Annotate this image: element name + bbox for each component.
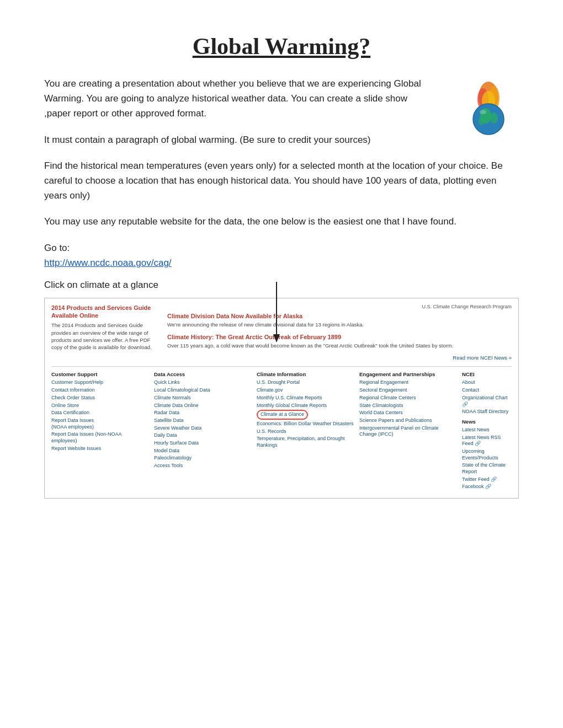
products-guide-body: The 2014 Products and Services Guide pro… <box>51 322 156 351</box>
website-paragraph: You may use any reputable website for th… <box>44 214 519 229</box>
footer-link-lcd[interactable]: Local Climatological Data <box>154 387 251 394</box>
sources-paragraph: It must contain a paragraph of global wa… <box>44 132 519 147</box>
data-access-col: Data Access Quick Links Local Climatolog… <box>154 371 251 491</box>
footer-link-os[interactable]: Online Store <box>51 403 148 409</box>
divider <box>51 366 512 367</box>
noaa-mockup: 2014 Products and Services Guide Availab… <box>44 298 519 499</box>
customer-support-header: Customer Support <box>51 371 148 377</box>
read-more-link[interactable]: Read more NCEI News » <box>167 355 512 361</box>
footer-link-rdi-noaa[interactable]: Report Data Issues(NOAA employees) <box>51 417 148 430</box>
footer-link-upcoming[interactable]: Upcoming Events/Products <box>462 448 512 461</box>
footer-link-paleo[interactable]: Paleoclimatology <box>154 455 251 462</box>
footer-link-usr[interactable]: U.S. Records <box>257 429 354 435</box>
climate-at-a-glance-link[interactable]: Climate at a Glance <box>257 410 308 420</box>
noaa-screenshot-container: 2014 Products and Services Guide Availab… <box>44 298 519 499</box>
news-body-2: Over 115 years ago, a cold wave that wou… <box>167 342 512 349</box>
noaa-link[interactable]: http://www.ncdc.noaa.gov/cag/ <box>44 258 172 268</box>
data-access-header: Data Access <box>154 371 251 377</box>
footer-link-rdi-non[interactable]: Report Data Issues (Non-NOAA employees) <box>51 431 148 444</box>
footer-link-ebdwd[interactable]: Economics: Billion Dollar Weather Disast… <box>257 421 354 427</box>
footer-link-orgchart[interactable]: Organizational Chart 🔗 <box>462 395 512 408</box>
footer-link-se[interactable]: Sectoral Engagement <box>359 387 456 394</box>
historical-data-paragraph: Find the historical mean temperatures (e… <box>44 158 519 204</box>
footer-link-dc[interactable]: Data Certification <box>51 410 148 416</box>
noaa-left-section: 2014 Products and Services Guide Availab… <box>51 304 156 361</box>
goto-label: Go to: <box>44 240 519 255</box>
products-guide-title: 2014 Products and Services Guide Availab… <box>51 304 156 320</box>
ncei-header: NCEI <box>462 371 512 377</box>
noaa-logo: U.S. Climate Change Research Program <box>422 304 512 309</box>
footer-link-md[interactable]: Model Data <box>154 448 251 454</box>
engagement-col: Engagement and Partnerships Regional Eng… <box>359 371 456 491</box>
noaa-footer: Customer Support Customer Support/Help C… <box>51 371 512 491</box>
news-title-2: Climate History: The Great Arctic Outbre… <box>167 334 512 340</box>
intro-paragraph: You are creating a presentation about wh… <box>44 76 431 121</box>
footer-link-sc[interactable]: State Climatologists <box>359 403 456 409</box>
footer-link-rss[interactable]: Latest News RSS Feed 🔗 <box>462 435 512 447</box>
footer-link-swd[interactable]: Severe Weather Data <box>154 425 251 432</box>
footer-link-ipcc[interactable]: Intergovernmental Panel on Climate Chang… <box>359 425 456 438</box>
footer-link-rcc[interactable]: Regional Climate Centers <box>359 395 456 402</box>
footer-link-facebook[interactable]: Facebook 🔗 <box>462 484 512 490</box>
svg-point-8 <box>480 110 486 114</box>
ncei-col: NCEI About Contact Organizational Chart … <box>462 371 512 491</box>
footer-link-tpdr[interactable]: Temperature, Precipitation, and Drought … <box>257 436 354 448</box>
footer-link-cdo[interactable]: Climate Data Online <box>154 403 251 409</box>
footer-link-wdc[interactable]: World Data Centers <box>359 410 456 416</box>
svg-point-6 <box>490 113 498 124</box>
news-subheader: News <box>462 419 512 425</box>
climate-info-col: Climate Information U.S. Drought Portal … <box>257 371 354 491</box>
footer-link-staffdir[interactable]: NOAA Staff Directory <box>462 409 512 415</box>
footer-link-rwi[interactable]: Report Website Issues <box>51 446 148 452</box>
page-title: Global Warming? <box>44 33 519 60</box>
footer-link-latestnews[interactable]: Latest News <box>462 427 512 433</box>
engagement-header: Engagement and Partnerships <box>359 371 456 377</box>
globe-image <box>458 76 519 137</box>
intro-block: You are creating a presentation about wh… <box>44 76 519 121</box>
climate-info-header: Climate Information <box>257 371 354 377</box>
footer-link-ql[interactable]: Quick Links <box>154 379 251 386</box>
footer-link-mucr[interactable]: Monthly U.S. Climate Reports <box>257 395 354 402</box>
footer-link-re[interactable]: Regional Engagement <box>359 379 456 386</box>
footer-link-mgcr[interactable]: Monthly Global Climate Reports <box>257 403 354 409</box>
footer-link-cn[interactable]: Climate Normals <box>154 395 251 402</box>
footer-link-dd[interactable]: Daily Data <box>154 432 251 439</box>
footer-link-sd[interactable]: Satellite Data <box>154 417 251 424</box>
footer-link-climgov[interactable]: Climate.gov <box>257 387 354 394</box>
customer-support-col: Customer Support Customer Support/Help C… <box>51 371 148 491</box>
footer-link-hsd[interactable]: Hourly Surface Data <box>154 440 251 447</box>
news-body-1: We're announcing the release of new clim… <box>167 321 512 328</box>
footer-link-sotcr[interactable]: State of the Climate Report <box>462 462 512 475</box>
news-title-1: Climate Division Data Now Available for … <box>167 313 512 319</box>
footer-link-ci[interactable]: Contact Information <box>51 387 148 394</box>
footer-link-twitter[interactable]: Twitter Feed 🔗 <box>462 477 512 483</box>
footer-link-csh[interactable]: Customer Support/Help <box>51 379 148 386</box>
noaa-main-section: U.S. Climate Change Research Program Cli… <box>167 304 512 361</box>
click-instruction: Click on climate at a glance <box>44 277 519 292</box>
footer-link-usdp[interactable]: U.S. Drought Portal <box>257 379 354 386</box>
footer-link-contact[interactable]: Contact <box>462 387 512 394</box>
footer-link-about[interactable]: About <box>462 379 512 386</box>
footer-link-at[interactable]: Access Tools <box>154 463 251 469</box>
footer-link-rd[interactable]: Radar Data <box>154 410 251 416</box>
footer-link-cos[interactable]: Check Order Status <box>51 395 148 402</box>
footer-link-spp[interactable]: Science Papers and Publications <box>359 417 456 424</box>
svg-point-7 <box>479 117 484 125</box>
